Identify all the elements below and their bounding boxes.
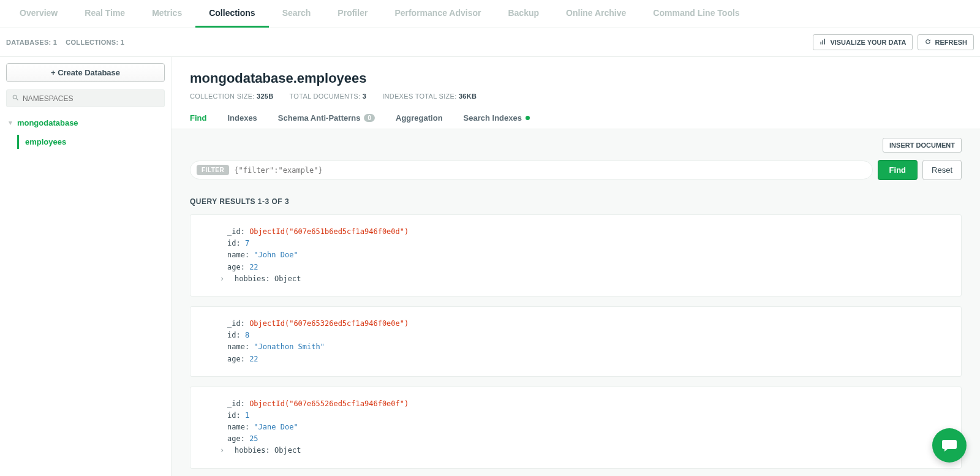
tab-find[interactable]: Find xyxy=(190,108,206,129)
create-database-button[interactable]: + Create Database xyxy=(6,63,165,82)
db-count-label: DATABASES: xyxy=(6,39,51,46)
namespace-input[interactable] xyxy=(23,94,159,103)
svg-point-3 xyxy=(13,95,17,99)
svg-rect-1 xyxy=(823,40,824,45)
visualize-button[interactable]: VISUALIZE YOUR DATA xyxy=(813,34,913,50)
collection-stats: COLLECTION SIZE: 325B TOTAL DOCUMENTS: 3… xyxy=(190,93,962,100)
caret-down-icon: ▼ xyxy=(7,119,13,126)
find-button[interactable]: Find xyxy=(878,160,918,180)
results-label: QUERY RESULTS 1-3 OF 3 xyxy=(190,197,962,206)
sidebar: + Create Database ▼ mongodatabase employ… xyxy=(0,57,172,476)
chat-fab[interactable] xyxy=(932,428,967,463)
document-card[interactable]: _id: ObjectId("607e65526ed5cf1a946f0e0f"… xyxy=(190,387,962,469)
filter-input[interactable] xyxy=(234,166,865,175)
collection-title: mongodatabase.employees xyxy=(190,70,962,86)
insert-document-button[interactable]: INSERT DOCUMENT xyxy=(883,138,962,153)
chart-icon xyxy=(820,38,827,47)
top-tab-metrics[interactable]: Metrics xyxy=(138,0,195,28)
status-dot-icon xyxy=(526,116,530,120)
top-tab-profiler[interactable]: Profiler xyxy=(324,0,381,28)
top-tab-online-archive[interactable]: Online Archive xyxy=(552,0,639,28)
collection-tree-item[interactable]: employees xyxy=(17,135,165,149)
tab-indexes[interactable]: Indexes xyxy=(227,108,257,129)
top-tab-overview[interactable]: Overview xyxy=(6,0,71,28)
document-card[interactable]: _id: ObjectId("607e651b6ed5cf1a946f0e0d"… xyxy=(190,214,962,297)
refresh-button[interactable]: REFRESH xyxy=(918,34,974,50)
db-count-val: 1 xyxy=(53,39,57,46)
filter-box[interactable]: FILTER xyxy=(190,161,873,179)
tab-search-indexes[interactable]: Search Indexes xyxy=(464,108,530,129)
top-tab-real-time[interactable]: Real Time xyxy=(71,0,138,28)
expand-icon[interactable]: › xyxy=(220,273,227,285)
svg-rect-0 xyxy=(821,42,822,45)
svg-line-4 xyxy=(17,99,18,100)
top-tab-collections[interactable]: Collections xyxy=(195,0,268,28)
top-tab-command-line-tools[interactable]: Command Line Tools xyxy=(639,0,753,28)
collection-sub-tabs: Find Indexes Schema Anti-Patterns 0 Aggr… xyxy=(172,108,980,129)
namespace-search[interactable] xyxy=(6,89,165,107)
search-icon xyxy=(12,94,19,103)
top-tab-search[interactable]: Search xyxy=(269,0,325,28)
anti-patterns-count: 0 xyxy=(364,114,375,122)
document-card[interactable]: _id: ObjectId("607e65326ed5cf1a946f0e0e"… xyxy=(190,306,962,377)
db-tree-item[interactable]: ▼ mongodatabase xyxy=(6,116,165,130)
top-tab-backup[interactable]: Backup xyxy=(494,0,552,28)
top-tab-performance-advisor[interactable]: Performance Advisor xyxy=(381,0,494,28)
expand-icon[interactable]: › xyxy=(220,445,227,456)
chat-icon xyxy=(941,436,958,455)
filter-pill: FILTER xyxy=(197,165,229,175)
coll-count-label: COLLECTIONS: xyxy=(66,39,118,46)
coll-count-val: 1 xyxy=(121,39,124,46)
reset-button[interactable]: Reset xyxy=(922,160,962,180)
refresh-icon xyxy=(924,38,932,47)
main-panel: mongodatabase.employees COLLECTION SIZE:… xyxy=(172,57,980,476)
tab-anti-patterns[interactable]: Schema Anti-Patterns 0 xyxy=(278,108,375,129)
tab-aggregation[interactable]: Aggregation xyxy=(396,108,443,129)
counts: DATABASES: 1 COLLECTIONS: 1 xyxy=(6,39,124,46)
sub-header: DATABASES: 1 COLLECTIONS: 1 VISUALIZE YO… xyxy=(0,28,980,57)
top-tabs: OverviewReal TimeMetricsCollectionsSearc… xyxy=(0,0,980,28)
svg-rect-2 xyxy=(824,39,826,45)
